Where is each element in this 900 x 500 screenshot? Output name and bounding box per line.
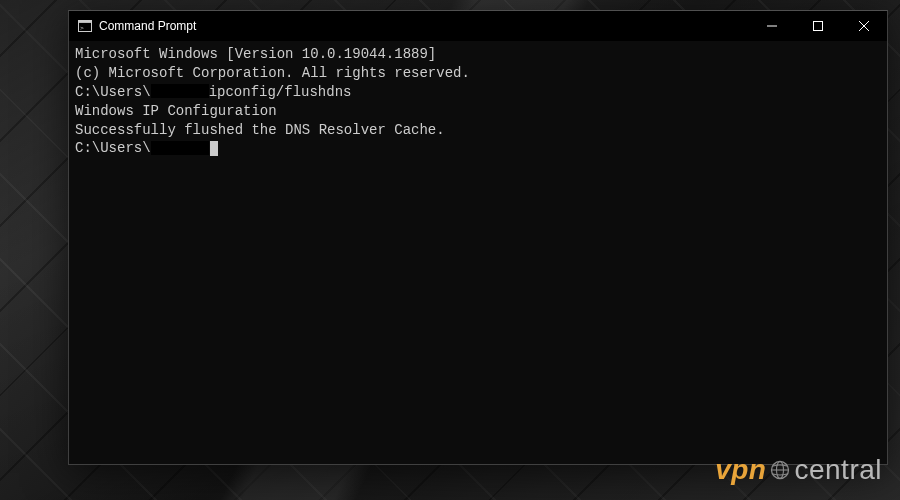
command-text: ipconfig/flushdns: [209, 84, 352, 100]
maximize-button[interactable]: [795, 11, 841, 41]
command-prompt-window: >_ Command Prompt Microsoft Windows [Ver…: [68, 10, 888, 465]
prompt-prefix: C:\Users\: [75, 140, 151, 156]
copyright-line: (c) Microsoft Corporation. All rights re…: [75, 64, 881, 83]
redacted-username: [151, 141, 209, 155]
prompt-line-2: C:\Users\: [75, 139, 881, 158]
window-controls: [749, 11, 887, 41]
close-button[interactable]: [841, 11, 887, 41]
titlebar[interactable]: >_ Command Prompt: [69, 11, 887, 41]
prompt-line-1: C:\Users\ipconfig/flushdns: [75, 83, 881, 102]
redacted-username: [151, 84, 209, 98]
svg-rect-4: [814, 22, 823, 31]
minimize-button[interactable]: [749, 11, 795, 41]
svg-text:>_: >_: [80, 24, 88, 32]
prompt-prefix: C:\Users\: [75, 84, 151, 100]
version-line: Microsoft Windows [Version 10.0.19044.18…: [75, 45, 881, 64]
heading-line: Windows IP Configuration: [75, 102, 881, 121]
result-line: Successfully flushed the DNS Resolver Ca…: [75, 121, 881, 140]
window-title: Command Prompt: [99, 19, 749, 33]
cursor: [210, 141, 218, 156]
terminal-output[interactable]: Microsoft Windows [Version 10.0.19044.18…: [69, 41, 887, 464]
cmd-icon: >_: [77, 18, 93, 34]
